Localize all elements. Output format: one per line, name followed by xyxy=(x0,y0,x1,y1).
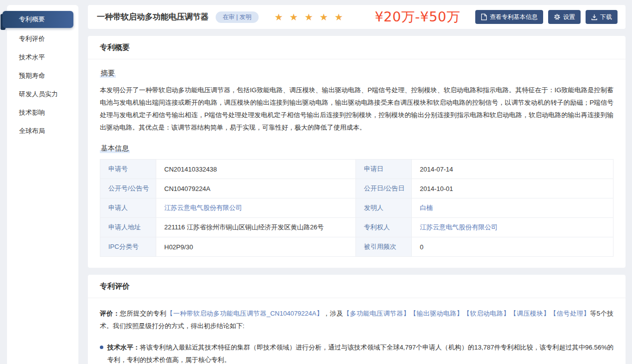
sidebar-item-tech-level[interactable]: 技术水平 xyxy=(7,48,78,66)
patent-title: 一种带软启动多功能电压调节器 xyxy=(97,12,209,22)
document-icon xyxy=(481,13,487,20)
download-button[interactable]: 下载 xyxy=(586,10,618,24)
star-icon: ★ xyxy=(334,12,343,22)
field-label: 申请人地址 xyxy=(100,218,156,237)
table-row: 申请人 江苏云意电气股份有限公司 发明人 白楠 xyxy=(100,198,614,218)
star-icon: ★ xyxy=(290,12,298,22)
sidebar-item-patent-overview[interactable]: 专利概要 xyxy=(2,11,73,28)
evaluation-bullet-list: 技术水平：将该专利纳入最贴近其技术特征的集群（即技术领域）进行分析，通过与该技术… xyxy=(100,341,614,364)
bullet-tech-level: 技术水平：将该专利纳入最贴近其技术特征的集群（即技术领域）进行分析，通过与该技术… xyxy=(100,341,614,364)
table-row: 申请号 CN201410332438 申请日 2014-07-14 xyxy=(100,160,614,179)
star-icon: ★ xyxy=(319,12,328,22)
field-label: 申请日 xyxy=(356,160,412,179)
abstract-section-label: 摘要 xyxy=(100,69,116,78)
sidebar-item-tech-impact[interactable]: 技术影响 xyxy=(7,103,78,122)
ipc-class: H02P9/30 xyxy=(156,237,356,257)
applicant-link[interactable]: 江苏云意电气股份有限公司 xyxy=(164,204,242,211)
evaluation-card-title: 专利评价 xyxy=(88,275,626,298)
field-label: 被引用频次 xyxy=(356,237,412,257)
sidebar-item-global-layout[interactable]: 全球布局 xyxy=(7,122,78,140)
field-label: 公开号/公告号 xyxy=(100,179,156,198)
table-row: 公开号/公告号 CN104079224A 公开日/公告日 2014-10-01 xyxy=(100,179,614,198)
field-label: 发明人 xyxy=(356,198,412,218)
evaluation-label: 评价： xyxy=(100,310,120,317)
patent-evaluation-card: 专利评价 评价：您所提交的专利【一种带软启动多功能电压调节器_CN1040792… xyxy=(88,275,626,364)
tech-tag-link[interactable]: 【输出驱动电路】 xyxy=(410,310,463,317)
field-label: 申请人 xyxy=(100,198,156,218)
settings-button[interactable]: 设置 xyxy=(548,10,581,24)
publication-date: 2014-10-01 xyxy=(412,179,614,198)
patent-header-bar: 一种带软启动多功能电压调节器 在审 | 发明 ★★★★★ ¥20万-¥50万 查… xyxy=(88,5,626,29)
basic-info-table: 申请号 CN201410332438 申请日 2014-07-14 公开号/公告… xyxy=(100,159,614,257)
patent-value-estimate: ¥20万-¥50万 xyxy=(375,8,460,26)
tech-tag-link[interactable]: 【软启动电路】 xyxy=(463,310,510,317)
sidebar-item-patent-evaluation[interactable]: 专利评价 xyxy=(7,29,78,48)
star-icon: ★ xyxy=(305,12,313,22)
cited-count: 0 xyxy=(412,237,614,257)
basic-info-section-label: 基本信息 xyxy=(100,144,130,153)
inventor-link[interactable]: 白楠 xyxy=(420,204,433,211)
field-label: 公开日/公告日 xyxy=(356,179,412,198)
tech-tag-link[interactable]: 【信号处理】 xyxy=(550,310,590,317)
assignee-link[interactable]: 江苏云意电气股份有限公司 xyxy=(420,223,498,231)
sidebar-item-expected-life[interactable]: 预期寿命 xyxy=(7,66,78,85)
publication-number: CN104079224A xyxy=(156,179,356,198)
application-number: CN201410332438 xyxy=(156,160,356,179)
table-row: IPC分类号 H02P9/30 被引用频次 0 xyxy=(100,237,614,257)
star-icon: ★ xyxy=(275,12,283,22)
sidebar-item-rd-staff-strength[interactable]: 研发人员实力 xyxy=(7,85,78,103)
field-label: 申请号 xyxy=(100,160,156,179)
patent-overview-card: 专利概要 摘要 本发明公开了一种带软启动多功能电压调节器，包括IG致能电路、调压… xyxy=(88,36,626,268)
tech-tag-link[interactable]: 【多功能电压调节器】 xyxy=(343,310,410,317)
status-badge: 在审 | 发明 xyxy=(216,11,259,23)
gear-icon xyxy=(554,13,561,20)
rating-stars: ★★★★★ xyxy=(275,11,349,23)
tech-tag-link[interactable]: 【调压模块】 xyxy=(510,310,550,317)
download-icon xyxy=(591,14,598,20)
header-actions: 查看专利基本信息 设置 下载 xyxy=(475,10,618,24)
applicant-address: 221116 江苏省徐州市铜山区铜山经济开发区黄山路26号 xyxy=(156,218,356,237)
sidebar: 专利概要 专利评价 技术水平 预期寿命 研发人员实力 技术影响 全球布局 xyxy=(7,5,78,364)
view-basic-info-button[interactable]: 查看专利基本信息 xyxy=(475,10,543,24)
application-date: 2014-07-14 xyxy=(412,160,614,179)
patent-link[interactable]: 【一种带软启动多功能电压调节器_CN104079224A】 xyxy=(167,310,323,317)
field-label: 专利权人 xyxy=(356,218,412,237)
evaluation-summary: 评价：您所提交的专利【一种带软启动多功能电压调节器_CN104079224A】，… xyxy=(100,307,614,332)
main-content: 一种带软启动多功能电压调节器 在审 | 发明 ★★★★★ ¥20万-¥50万 查… xyxy=(88,5,626,364)
table-row: 申请人地址 221116 江苏省徐州市铜山区铜山经济开发区黄山路26号 专利权人… xyxy=(100,218,614,237)
field-label: IPC分类号 xyxy=(100,237,156,257)
overview-card-title: 专利概要 xyxy=(88,36,626,59)
abstract-text: 本发明公开了一种带软启动多功能电压调节器，包括IG致能电路、调压模块、输出驱动电… xyxy=(100,84,614,134)
